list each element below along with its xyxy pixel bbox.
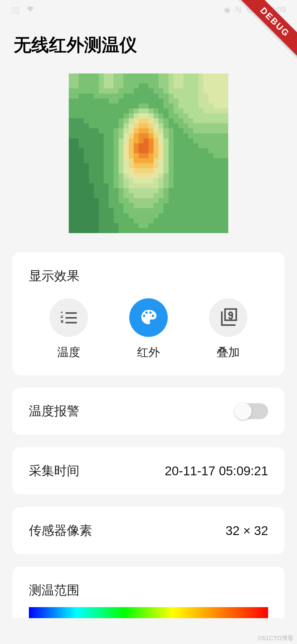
mode-overlay[interactable]: 叠加 <box>209 298 248 360</box>
display-mode-title: 显示效果 <box>29 268 268 285</box>
capture-time-value: 20-11-17 05:09:21 <box>165 463 268 478</box>
page-title: 无线红外测温仪 <box>0 19 297 73</box>
temp-range-card: 测温范围 <box>12 567 285 618</box>
switch-thumb <box>235 403 252 420</box>
temp-range-label: 测温范围 <box>29 582 268 599</box>
sensor-pixels-value: 32 × 32 <box>226 523 268 538</box>
capture-time-card: 采集时间 20-11-17 05:09:21 <box>12 447 285 495</box>
watermark: ©51CTO博客 <box>258 634 294 642</box>
alarm-label: 温度报警 <box>29 403 79 420</box>
mode-infrared[interactable]: 红外 <box>129 298 168 360</box>
mode-label: 红外 <box>137 345 160 360</box>
temp-range-gradient <box>29 607 268 618</box>
mode-label: 温度 <box>57 345 80 360</box>
sensor-pixels-card: 传感器像素 32 × 32 <box>12 507 285 554</box>
mode-temperature[interactable]: 温度 <box>50 298 88 360</box>
nfc-icon: ℕ <box>235 5 241 14</box>
filter-9-icon <box>219 307 238 328</box>
wifi-icon <box>26 5 34 14</box>
display-mode-card: 显示效果 温度 红外 叠加 <box>12 252 285 375</box>
alarm-switch[interactable] <box>235 403 268 419</box>
eye-icon: ◉ <box>224 5 230 14</box>
mode-label: 叠加 <box>217 345 240 360</box>
list-numbers-icon <box>59 307 78 328</box>
alarm-card: 温度报警 <box>12 388 285 435</box>
sensor-pixels-label: 传感器像素 <box>29 522 92 539</box>
thermal-image <box>69 73 228 233</box>
capture-time-label: 采集时间 <box>29 462 79 479</box>
palette-icon <box>139 307 158 328</box>
status-network-icon: ▯▯ <box>11 5 19 14</box>
